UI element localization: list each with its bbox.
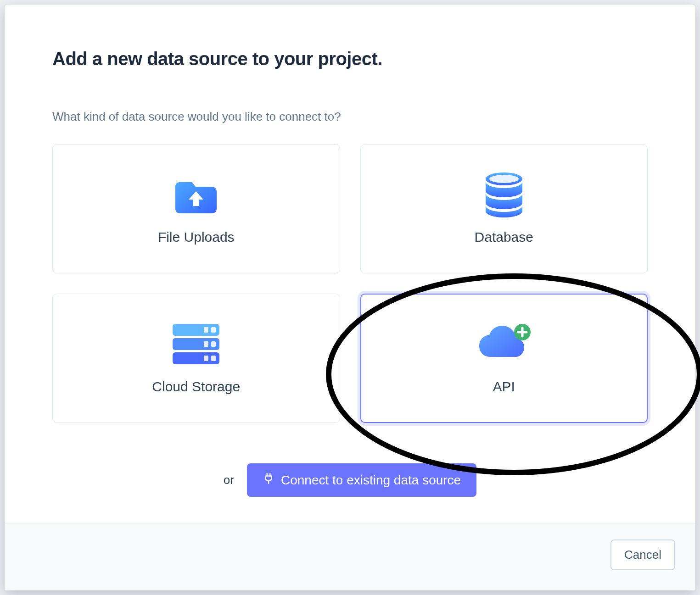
svg-point-1: [489, 175, 519, 183]
dialog-title: Add a new data source to your project.: [52, 49, 648, 69]
dialog-footer: Cancel: [5, 523, 695, 590]
svg-rect-7: [204, 341, 208, 347]
svg-rect-5: [204, 327, 208, 333]
or-label: or: [224, 473, 234, 487]
cancel-button[interactable]: Cancel: [610, 539, 675, 570]
server-stack-icon: [171, 322, 221, 366]
plug-icon: [263, 473, 274, 488]
database-icon: [484, 172, 524, 217]
svg-rect-6: [211, 327, 216, 333]
dialog-subtitle: What kind of data source would you like …: [52, 110, 648, 124]
svg-rect-10: [211, 356, 216, 361]
option-api[interactable]: API: [360, 294, 648, 423]
option-label: API: [493, 379, 515, 395]
option-label: Cloud Storage: [152, 379, 240, 395]
svg-rect-9: [204, 356, 208, 361]
connect-existing-label: Connect to existing data source: [281, 473, 461, 488]
option-cloud-storage[interactable]: Cloud Storage: [52, 294, 340, 423]
alternative-row: or Connect to existing data source: [52, 463, 648, 497]
option-database[interactable]: Database: [360, 144, 648, 273]
option-label: Database: [475, 229, 533, 245]
option-label: File Uploads: [158, 229, 235, 245]
svg-rect-8: [211, 341, 216, 347]
upload-folder-icon: [175, 172, 217, 217]
option-file-uploads[interactable]: File Uploads: [52, 144, 340, 273]
cloud-plus-icon: [476, 322, 532, 366]
dialog-body: Add a new data source to your project. W…: [5, 5, 695, 523]
add-data-source-dialog: Add a new data source to your project. W…: [5, 5, 695, 590]
connect-existing-button[interactable]: Connect to existing data source: [247, 463, 476, 497]
data-source-options-grid: File Uploads: [52, 144, 648, 423]
